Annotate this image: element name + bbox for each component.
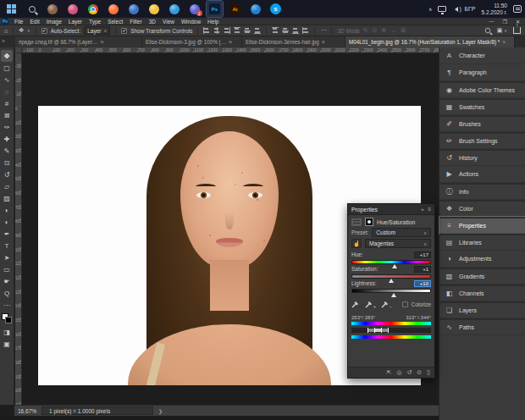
tab-close-icon[interactable]: × [229, 39, 232, 45]
app-behance[interactable] [247, 1, 263, 17]
clone-stamp-tool[interactable]: ⊡ [1, 157, 13, 169]
dock-item-info[interactable]: ⓘInfo [439, 183, 525, 200]
adjustment-layer-icon[interactable] [351, 218, 362, 226]
screen-mode-button[interactable]: ▣ [1, 338, 13, 350]
start-button[interactable] [3, 1, 19, 17]
app-edge[interactable] [166, 1, 182, 17]
minimize-button[interactable]: — [489, 19, 495, 25]
options-ellipsis-button[interactable]: ⋯ [320, 27, 326, 34]
hue-slider-thumb[interactable] [392, 264, 397, 268]
menu-filter[interactable]: Filter [126, 18, 145, 25]
panel-menu-icon[interactable]: ≡ [428, 207, 431, 212]
menu-layer[interactable]: Layer [65, 18, 86, 25]
eyedropper-tool[interactable]: ✑ [1, 121, 13, 133]
gradient-tool[interactable]: ▨ [1, 192, 13, 204]
lightness-slider-value[interactable]: +10 [414, 280, 431, 287]
dock-item-adobe-color-themes[interactable]: ◉Adobe Color Themes [439, 81, 525, 98]
align-right-icon[interactable] [224, 27, 230, 34]
search-button[interactable] [24, 1, 40, 17]
notification-center-icon[interactable] [513, 5, 522, 13]
show-transform-checkbox[interactable]: ✓ [121, 28, 127, 34]
app-illustrator[interactable]: Ai [227, 1, 243, 17]
range-handle[interactable] [388, 328, 389, 333]
dock-item-history[interactable]: ↺History [439, 149, 525, 166]
color-swatches[interactable] [2, 313, 12, 323]
brush-tool[interactable]: ✎ [1, 145, 13, 157]
3d-mode-icon[interactable]: ⊕ [382, 27, 387, 34]
app-gimp[interactable] [44, 1, 60, 17]
app-calculator[interactable] [125, 1, 141, 17]
menu-edit[interactable]: Edit [26, 18, 42, 25]
distribute-left-icon[interactable] [302, 27, 309, 34]
3d-mode-icon[interactable]: ↻ [363, 27, 368, 34]
auto-select-checkbox[interactable]: ✓ [41, 28, 47, 34]
move-tool-icon[interactable]: ✥ [19, 27, 24, 34]
app-chrome[interactable] [85, 1, 101, 17]
shape-tool[interactable]: ▭ [1, 263, 13, 275]
lightness-slider-thumb[interactable] [391, 293, 396, 297]
menu-view[interactable]: View [159, 18, 178, 25]
preset-dropdown[interactable]: Custom ∨ [372, 228, 431, 237]
share-icon[interactable] [513, 27, 521, 34]
dodge-tool[interactable]: ◐ [1, 216, 13, 228]
distribute-bottom-icon[interactable] [292, 27, 299, 34]
dock-item-adjustments[interactable]: ◑Adjustments [439, 251, 525, 268]
search-icon[interactable] [485, 28, 490, 33]
document-tab[interactable]: Elise-Dickinson-3.jpg @ 100% (…× [142, 36, 242, 47]
clip-to-layer-icon[interactable]: ⇱ [386, 369, 391, 376]
path-selection-tool[interactable]: ➤ [1, 251, 13, 263]
status-chevron-icon[interactable]: ❯ [158, 408, 163, 414]
dock-item-brushes[interactable]: ✐Brushes [439, 115, 525, 132]
background-color-swatch[interactable] [5, 317, 12, 323]
healing-brush-tool[interactable]: ✚ [1, 133, 13, 145]
3d-mode-icon[interactable]: ↔ [390, 27, 396, 34]
distribute-center-v-icon[interactable] [282, 27, 289, 34]
hand-tool[interactable]: ☛ [1, 275, 13, 287]
app-skype[interactable]: S [268, 1, 284, 17]
restore-button[interactable]: ❐ [503, 19, 507, 25]
app-discord[interactable]: 2 [186, 1, 202, 17]
lightness-slider-track[interactable] [351, 289, 431, 293]
dock-item-properties[interactable]: ≡Properties [439, 217, 525, 234]
dock-item-brush-settings[interactable]: ✏Brush Settings [439, 132, 525, 149]
menu-3d[interactable]: 3D [146, 18, 159, 25]
range-handle[interactable] [381, 328, 382, 333]
saturation-slider-thumb[interactable] [389, 279, 394, 283]
toolbar-ellipsis[interactable]: ⋯ [1, 299, 13, 311]
app-file-explorer[interactable] [146, 1, 162, 17]
align-center-h-icon[interactable] [213, 27, 220, 34]
app-photoshop[interactable]: Ps [207, 1, 223, 17]
zoom-level-field[interactable]: 16.67% [18, 408, 36, 414]
previous-state-icon[interactable]: ◎ [396, 369, 401, 376]
colorize-checkbox[interactable] [402, 301, 408, 307]
horizontal-ruler[interactable]: -200-10001002003004005006007008009001000… [22, 47, 439, 53]
color-range-dropdown[interactable]: Magentas ∨ [365, 239, 431, 248]
dock-item-channels[interactable]: ◧Channels [439, 285, 525, 301]
distribute-top-icon[interactable] [272, 27, 279, 34]
dock-item-paragraph[interactable]: ¶Paragraph [439, 64, 525, 81]
language-indicator[interactable]: БГР [464, 6, 475, 12]
toolbar-overflow-chevron[interactable]: » [2, 38, 5, 44]
volume-icon[interactable] [452, 7, 458, 12]
eyedropper-add-icon[interactable]: + [365, 296, 376, 312]
tab-close-icon[interactable]: × [100, 39, 103, 45]
vertical-ruler[interactable]: -400-300-200-100010020030040050060070080… [15, 53, 22, 405]
tab-close-icon[interactable]: × [322, 39, 325, 45]
blur-tool[interactable]: ◗ [1, 204, 13, 216]
pen-tool[interactable]: ✒ [1, 228, 13, 240]
hue-range-slider[interactable] [351, 328, 431, 333]
menu-help[interactable]: Help [204, 18, 222, 25]
zoom-tool[interactable]: Q [1, 287, 13, 299]
range-handle[interactable] [368, 328, 368, 333]
quick-selection-tool[interactable]: ◌ [1, 86, 13, 97]
3d-mode-icon[interactable]: ⊞ [401, 27, 406, 34]
clock[interactable]: 11:50 5.2.2020 г. [482, 3, 508, 15]
marquee-tool[interactable]: ▢ [1, 62, 13, 74]
dock-item-gradients[interactable]: ▧Gradients [439, 268, 525, 285]
frame-tool[interactable]: ⊠ [1, 109, 13, 121]
quick-mask-button[interactable]: ◨ [1, 326, 13, 338]
lasso-tool[interactable]: ∿ [1, 74, 13, 86]
dock-item-layers[interactable]: ❏Layers [439, 301, 525, 318]
history-brush-tool[interactable]: ↺ [1, 169, 13, 180]
hue-slider-track[interactable] [351, 260, 431, 264]
